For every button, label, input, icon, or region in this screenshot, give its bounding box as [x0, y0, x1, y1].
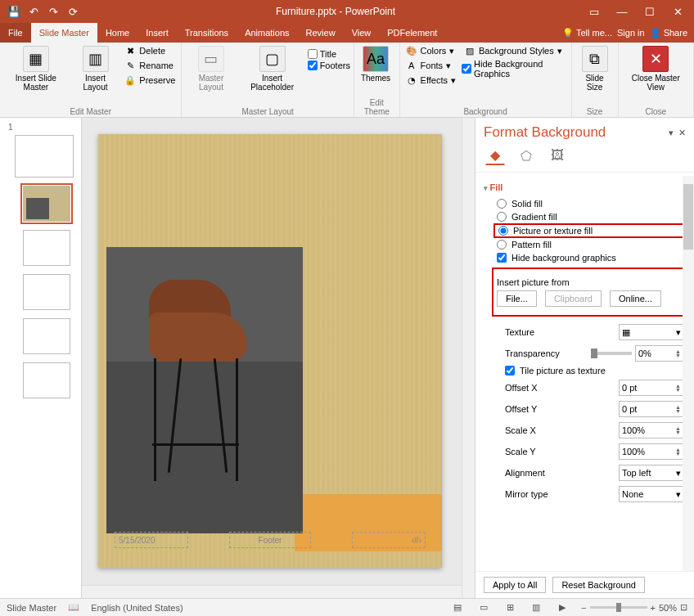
notes-button[interactable]: ▤: [450, 602, 465, 613]
layout-thumbnail[interactable]: [23, 362, 70, 398]
preserve-button[interactable]: 🔒Preserve: [122, 74, 178, 87]
slide[interactable]: 5/15/2020 Footer ‹#›: [98, 134, 442, 568]
rename-icon: ✎: [124, 60, 136, 71]
thumbnail-pane[interactable]: 1: [0, 118, 82, 598]
normal-view-icon[interactable]: ▭: [476, 602, 491, 613]
slide-size-button[interactable]: ⧉Slide Size: [575, 44, 615, 93]
ribbon-display-options-icon[interactable]: ▭: [584, 6, 604, 18]
file-button[interactable]: File...: [497, 290, 537, 307]
fonts-button[interactable]: AFonts ▾: [403, 59, 458, 72]
pane-close-icon[interactable]: ✕: [678, 128, 686, 138]
transparency-slider[interactable]: [591, 352, 632, 355]
status-bar: Slide Master 📖 English (United States) ▤…: [0, 598, 694, 616]
themes-button[interactable]: AaThemes: [358, 44, 394, 84]
bg-styles-icon: ▨: [464, 45, 475, 56]
horizontal-scrollbar[interactable]: [82, 585, 462, 598]
hide-bg-graphics-checkbox[interactable]: Hide Background Graphics: [462, 59, 568, 79]
footers-checkbox[interactable]: Footers: [308, 61, 350, 70]
title-checkbox[interactable]: Title: [308, 49, 350, 59]
insert-slide-master-button[interactable]: ▦Insert Slide Master: [3, 44, 69, 93]
effects-icon: ◔: [406, 74, 417, 86]
zoom-level[interactable]: 50%: [659, 603, 677, 613]
scale-x-spinner[interactable]: 100%▲▼: [619, 422, 684, 438]
texture-field: Texture ▦▾: [484, 321, 686, 343]
tab-insert[interactable]: Insert: [137, 23, 177, 43]
close-window-icon[interactable]: ✕: [668, 6, 687, 18]
pattern-fill-radio[interactable]: Pattern fill: [484, 238, 686, 251]
window-controls: ▭ — ☐ ✕: [584, 6, 694, 18]
minimize-icon[interactable]: —: [612, 6, 632, 18]
zoom-control[interactable]: − + 50% ⊡: [581, 602, 687, 613]
zoom-in-icon[interactable]: +: [651, 603, 656, 613]
fill-tab-icon[interactable]: ◆: [485, 146, 505, 165]
tab-home[interactable]: Home: [97, 23, 137, 43]
scale-y-spinner[interactable]: 100%▲▼: [619, 443, 684, 460]
tab-transitions[interactable]: Transitions: [177, 23, 237, 43]
master-thumbnail[interactable]: [15, 135, 74, 178]
save-icon[interactable]: 💾: [7, 4, 21, 19]
close-master-view-button[interactable]: ✕Close Master View: [622, 44, 690, 93]
tab-pdfelement[interactable]: PDFelement: [379, 23, 445, 43]
slide-canvas[interactable]: 5/15/2020 Footer ‹#›: [82, 118, 475, 598]
mirror-type-dropdown[interactable]: None▾: [619, 486, 684, 502]
tab-animations[interactable]: Animations: [237, 23, 297, 43]
slide-image[interactable]: [106, 247, 303, 533]
effects-button[interactable]: ◔Effects ▾: [403, 74, 458, 87]
share-button[interactable]: 👤 Share: [650, 28, 687, 38]
redo-icon[interactable]: ↷: [46, 4, 61, 19]
tab-view[interactable]: View: [344, 23, 380, 43]
transparency-spinner[interactable]: 0%▲▼: [635, 345, 684, 362]
start-from-beginning-icon[interactable]: ⟳: [65, 4, 80, 19]
slide-number-placeholder[interactable]: ‹#›: [352, 532, 426, 548]
tell-me[interactable]: 💡 Tell me...: [562, 28, 612, 38]
solid-fill-radio[interactable]: Solid fill: [484, 197, 686, 210]
quick-access-toolbar: 💾 ↶ ↷ ⟳: [0, 4, 87, 19]
pane-scrollbar[interactable]: [683, 176, 694, 571]
master-number: 1: [8, 123, 81, 132]
picture-texture-fill-radio[interactable]: Picture or texture fill: [493, 223, 684, 238]
online-button[interactable]: Online...: [610, 290, 661, 307]
undo-icon[interactable]: ↶: [26, 4, 41, 19]
rename-button[interactable]: ✎Rename: [122, 59, 178, 72]
clipboard-button: Clipboard: [545, 290, 602, 307]
layout-thumbnail[interactable]: [23, 230, 70, 266]
delete-button[interactable]: ✖Delete: [122, 44, 178, 57]
spellcheck-icon[interactable]: 📖: [68, 602, 79, 613]
layout-thumbnail[interactable]: [23, 186, 70, 222]
pane-menu-icon[interactable]: ▾: [669, 128, 674, 138]
vertical-scrollbar[interactable]: [462, 118, 475, 598]
zoom-out-icon[interactable]: −: [581, 603, 586, 613]
date-placeholder[interactable]: 5/15/2020: [115, 532, 188, 548]
texture-picker[interactable]: ▦▾: [619, 324, 684, 340]
fit-to-window-icon[interactable]: ⊡: [680, 602, 687, 613]
tab-review[interactable]: Review: [298, 23, 344, 43]
offset-x-spinner[interactable]: 0 pt▲▼: [619, 380, 684, 396]
chair-graphic: [133, 280, 272, 492]
effects-tab-icon[interactable]: ⬠: [516, 146, 536, 165]
insert-placeholder-button[interactable]: ▢Insert Placeholder: [241, 44, 304, 93]
insert-layout-button[interactable]: ▥Insert Layout: [72, 44, 119, 93]
background-styles-button[interactable]: ▨Background Styles ▾: [462, 44, 568, 57]
layout-thumbnail[interactable]: [23, 318, 70, 354]
tab-file[interactable]: File: [0, 23, 31, 43]
maximize-icon[interactable]: ☐: [640, 6, 660, 18]
zoom-slider[interactable]: [590, 606, 647, 609]
footer-placeholder[interactable]: Footer: [229, 532, 311, 548]
alignment-dropdown[interactable]: Top left▾: [619, 465, 684, 481]
tile-picture-checkbox[interactable]: Tile picture as texture: [484, 364, 686, 377]
gradient-fill-radio[interactable]: Gradient fill: [484, 210, 686, 223]
hide-bg-graphics-pane-checkbox[interactable]: Hide background graphics: [484, 251, 686, 264]
sign-in[interactable]: Sign in: [617, 28, 645, 38]
fill-section-header[interactable]: Fill: [484, 182, 686, 192]
reading-view-icon[interactable]: ▥: [529, 602, 543, 613]
offset-y-spinner[interactable]: 0 pt▲▼: [619, 401, 684, 417]
layout-thumbnail[interactable]: [23, 274, 70, 310]
slideshow-view-icon[interactable]: ▶: [555, 602, 570, 613]
colors-button[interactable]: 🎨Colors ▾: [403, 44, 458, 57]
apply-to-all-button[interactable]: Apply to All: [484, 577, 546, 593]
picture-tab-icon[interactable]: 🖼: [548, 146, 567, 165]
status-language[interactable]: English (United States): [91, 603, 183, 613]
sorter-view-icon[interactable]: ⊞: [502, 602, 517, 613]
reset-background-button[interactable]: Reset Background: [552, 577, 645, 593]
tab-slide-master[interactable]: Slide Master: [31, 23, 97, 43]
